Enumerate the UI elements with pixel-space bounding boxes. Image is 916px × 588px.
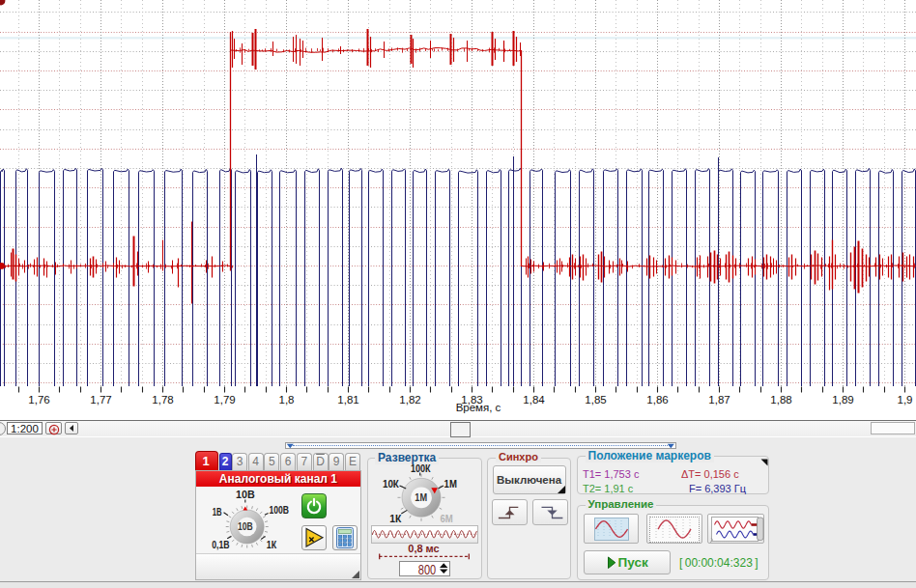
svg-text:1,86: 1,86 <box>646 394 668 406</box>
svg-text:1,85: 1,85 <box>585 394 606 406</box>
svg-text:1,82: 1,82 <box>399 394 420 406</box>
svg-text:1,89: 1,89 <box>832 394 853 406</box>
svg-text:1,81: 1,81 <box>337 394 358 406</box>
svg-text:800: 800 <box>418 562 437 577</box>
svg-text:1,9: 1,9 <box>898 394 913 406</box>
svg-text:1,79: 1,79 <box>214 394 235 406</box>
svg-text:1,76: 1,76 <box>28 394 49 406</box>
svg-text:1,87: 1,87 <box>708 394 730 406</box>
svg-text:1,8: 1,8 <box>279 394 295 406</box>
svg-text:1,77: 1,77 <box>90 394 111 406</box>
svg-text:Время, с: Время, с <box>456 402 501 413</box>
svg-text:1,88: 1,88 <box>770 394 791 406</box>
svg-text:1,78: 1,78 <box>152 394 173 406</box>
svg-text:1,84: 1,84 <box>523 394 545 406</box>
